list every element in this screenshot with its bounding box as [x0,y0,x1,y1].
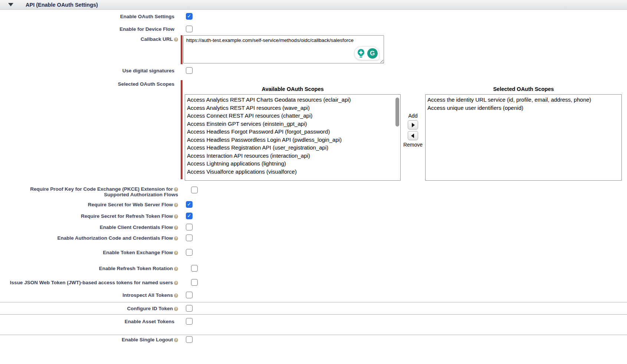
row-refresh-token-rotation: Enable Refresh Token Rotation? [0,265,627,272]
add-label: Add [408,113,418,119]
grammarly-widget[interactable]: G [354,46,379,60]
callback-url-label: Callback URL [141,36,173,42]
client-credentials-label: Enable Client Credentials Flow [100,224,173,230]
available-scopes-listbox[interactable]: Access Analytics REST API Charts Geodata… [185,94,401,181]
jwt-tokens-label: Issue JSON Web Token (JWT)-based access … [10,280,173,285]
scope-option[interactable]: Access Analytics REST API resources (wav… [187,104,400,112]
grammarly-icon[interactable]: G [367,48,378,59]
refresh-token-rotation-help-icon[interactable]: ? [174,267,178,271]
configure-id-token-help-icon[interactable]: ? [174,307,178,311]
row-configure-id-token: Configure ID Token? [0,305,627,312]
configure-id-token-checkbox[interactable] [186,305,193,312]
configure-id-token-label: Configure ID Token [127,306,173,311]
row-token-exchange: Enable Token Exchange Flow? [0,249,627,256]
client-credentials-checkbox[interactable] [186,224,193,230]
scope-option[interactable]: Access Analytics REST API Charts Geodata… [187,96,400,104]
pkce-label-line1: Require Proof Key for Code Exchange (PKC… [30,186,173,192]
row-client-credentials: Enable Client Credentials Flow? [0,223,627,230]
section-header: API (Enable OAuth Settings) [0,0,627,10]
pkce-help-icon[interactable]: ? [174,187,178,191]
right-arrow-icon [412,123,415,127]
introspect-all-label: Introspect All Tokens [122,292,173,298]
row-oauth-scopes: Selected OAuth Scopes Available OAuth Sc… [0,80,627,181]
auth-code-credentials-checkbox[interactable] [186,235,193,241]
row-pkce: Require Proof Key for Code Exchange (PKC… [0,185,627,197]
device-flow-checkbox[interactable] [186,26,193,32]
secret-refresh-token-help-icon[interactable]: ? [174,214,178,219]
auth-code-credentials-help-icon[interactable]: ? [174,236,178,240]
single-logout-label: Enable Single Logout [122,337,173,342]
secret-web-server-checkbox[interactable] [186,201,193,208]
row-auth-code-credentials: Enable Authorization Code and Credential… [0,234,627,241]
token-exchange-checkbox[interactable] [186,249,193,256]
section-title: API (Enable OAuth Settings) [26,2,98,8]
selected-scopes-header: Selected OAuth Scopes [425,80,622,94]
available-scopes-header: Available OAuth Scopes [185,80,401,94]
row-single-logout: Enable Single Logout? [0,336,627,343]
secret-refresh-token-checkbox[interactable] [186,213,193,219]
introspect-all-checkbox[interactable] [186,292,193,298]
remove-label: Remove [403,142,423,148]
device-flow-label: Enable for Device Flow [0,25,178,32]
jwt-tokens-help-icon[interactable]: ? [174,281,178,285]
section-divider [0,335,627,335]
scope-option[interactable]: Access Headless Forgot Password API (for… [187,128,400,136]
token-exchange-label: Enable Token Exchange Flow [103,250,173,255]
remove-scope-button[interactable] [408,131,418,140]
asset-tokens-checkbox[interactable] [186,318,193,325]
scope-option[interactable]: Access Interaction API resources (intera… [187,152,400,160]
callback-url-help-icon[interactable]: ? [174,37,178,42]
add-scope-button[interactable] [408,120,418,129]
scope-option[interactable]: Access Headless Registration API (user_r… [187,144,400,152]
scrollbar-thumb[interactable] [395,98,399,127]
enable-oauth-checkbox[interactable] [186,13,193,20]
row-enable-oauth: Enable OAuth Settings [0,13,627,20]
single-logout-help-icon[interactable]: ? [174,338,178,342]
jwt-tokens-checkbox[interactable] [191,279,198,286]
refresh-token-rotation-checkbox[interactable] [191,265,198,272]
oauth-scopes-label: Selected OAuth Scopes [0,80,178,87]
collapse-section-icon[interactable] [8,3,13,6]
section-divider [0,314,627,315]
token-exchange-help-icon[interactable]: ? [174,251,178,255]
refresh-token-rotation-label: Enable Refresh Token Rotation [99,266,173,271]
row-introspect-all: Introspect All Tokens? [0,291,627,298]
client-credentials-help-icon[interactable]: ? [174,226,178,230]
row-jwt-tokens: Issue JSON Web Token (JWT)-based access … [0,279,627,286]
enable-oauth-label: Enable OAuth Settings [0,13,178,19]
row-asset-tokens: Enable Asset Tokens [0,318,627,325]
scope-option[interactable]: Access unique user identifiers (openid) [427,104,621,112]
scope-option[interactable]: Access the identity URL service (id, pro… [427,96,621,104]
row-secret-web-server: Require Secret for Web Server Flow? [0,201,627,208]
section-divider [0,302,627,302]
pkce-label-line2: Supported Authorization Flows [0,192,178,197]
secret-web-server-help-icon[interactable]: ? [174,203,178,207]
digital-signatures-checkbox[interactable] [186,67,193,74]
callback-url-input[interactable]: https://auth-test.example.com/self-servi… [183,35,384,63]
scope-option[interactable]: Access Connect REST API resources (chatt… [187,112,400,120]
left-arrow-icon [411,134,414,138]
row-device-flow: Enable for Device Flow [0,25,627,32]
pkce-checkbox[interactable] [191,187,198,193]
scope-option[interactable]: Access Visualforce applications (visualf… [187,168,400,176]
single-logout-checkbox[interactable] [186,336,193,343]
required-field-bar [181,80,183,179]
scope-option[interactable]: Access Einstein GPT services (einstein_g… [187,120,400,128]
introspect-all-help-icon[interactable]: ? [174,294,178,298]
row-digital-signatures: Use digital signatures [0,67,627,74]
auth-code-credentials-label: Enable Authorization Code and Credential… [57,235,173,241]
selected-scopes-listbox[interactable]: Access the identity URL service (id, pro… [425,94,622,181]
secret-refresh-token-label: Require Secret for Refresh Token Flow [81,213,173,219]
scope-option[interactable]: Access Headless Passwordless Login API (… [187,136,400,144]
digital-signatures-label: Use digital signatures [0,67,178,73]
scope-option[interactable]: Access Lightning applications (lightning… [187,160,400,168]
row-callback-url: Callback URL? https://auth-test.example.… [0,35,627,64]
secret-web-server-label: Require Secret for Web Server Flow [88,202,173,207]
lightbulb-icon[interactable] [356,48,366,59]
asset-tokens-label: Enable Asset Tokens [0,318,178,324]
required-field-bar [181,35,183,64]
row-secret-refresh-token: Require Secret for Refresh Token Flow? [0,212,627,219]
